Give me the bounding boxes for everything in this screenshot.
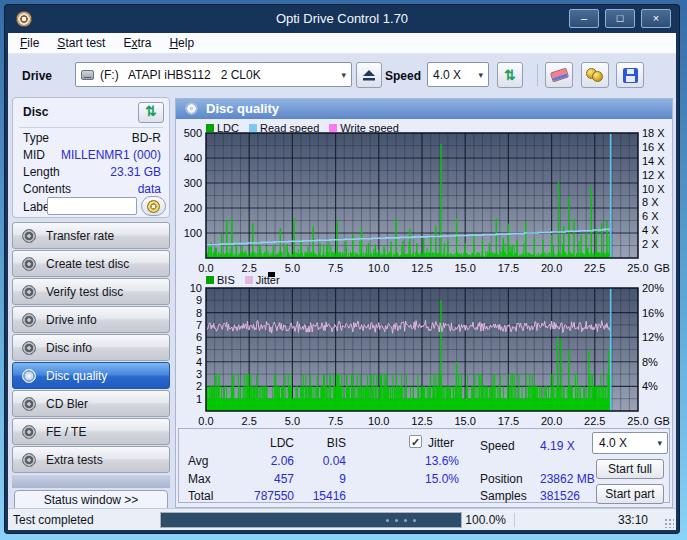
tick-label: 7 [176, 319, 202, 331]
tick-label: GB [654, 262, 676, 274]
erase-disc-button[interactable] [545, 62, 573, 88]
tick-label: 15.0 [448, 262, 482, 274]
menu-start-test[interactable]: Start test [57, 36, 105, 50]
cd-icon [22, 425, 36, 439]
disc-refresh-button[interactable]: ⇅ [138, 102, 164, 123]
chevron-down-icon: ▾ [475, 70, 488, 80]
tick-label: 3 [176, 368, 202, 380]
cd-icon [22, 453, 36, 467]
speed-select-value: 4.0 X [433, 68, 461, 82]
tick-label: 2 [176, 380, 202, 392]
tick-label: 16% [642, 307, 676, 319]
cd-icon [22, 341, 36, 355]
tick-label: 17.5 [491, 262, 525, 274]
save-button[interactable] [616, 62, 644, 88]
tick-label: 14 X [642, 155, 676, 167]
sidebar-item-label: Disc quality [46, 369, 107, 383]
tick-label: 6 [176, 331, 202, 343]
label-input[interactable] [47, 197, 137, 215]
status-bar: Test completed 100.0% 33:10 [8, 508, 676, 530]
menu-help[interactable]: Help [169, 36, 194, 50]
avg-jitter-value: 13.6% [399, 454, 459, 468]
sidebar-item-fe-te[interactable]: FE / TE [12, 418, 170, 445]
title-bar[interactable]: Opti Drive Control 1.70 – □ × [5, 5, 679, 33]
tick-label: 17.5 [491, 415, 525, 427]
resize-grip[interactable] [664, 518, 674, 528]
sidebar-item-create-test-disc[interactable]: Create test disc [12, 250, 170, 277]
avg-bis-value: 0.04 [298, 454, 346, 468]
disc-panel-title: Disc [23, 105, 48, 119]
tick-label: 4 X [642, 224, 676, 236]
disc-contents-value: data [138, 182, 161, 196]
tick-label: GB [654, 415, 676, 427]
tick-label: 100 [176, 227, 202, 239]
cd-icon [22, 369, 36, 383]
close-button[interactable]: × [641, 9, 671, 28]
sidebar-item-label: Verify test disc [46, 285, 123, 299]
sidebar-item-disc-quality[interactable]: Disc quality [12, 362, 170, 389]
drive-select-value: (F:) ATAPI iHBS112 2 CL0K [100, 68, 261, 82]
disc-icon [185, 102, 198, 115]
write-label-button[interactable] [141, 196, 166, 216]
disc-mid-row: MIDMILLENMR1 (000) [23, 148, 161, 162]
tick-label: 2.5 [232, 262, 266, 274]
sidebar-item-transfer-rate[interactable]: Transfer rate [12, 222, 170, 249]
refresh-icon: ⇅ [504, 69, 516, 81]
speed-select[interactable]: 4.0 X ▾ [427, 62, 489, 87]
maximize-button[interactable]: □ [605, 9, 635, 28]
refresh-icon: ⇅ [145, 103, 157, 119]
disc-length-value: 23.31 GB [110, 165, 161, 179]
sidebar-item-label: Transfer rate [46, 229, 114, 243]
progress-bar [160, 512, 462, 528]
chevron-down-icon: ▾ [654, 438, 667, 448]
toolbar-separator [537, 64, 538, 86]
cd-icon [22, 257, 36, 271]
sidebar-item-extra-tests[interactable]: Extra tests [12, 446, 170, 473]
tick-label: 8 X [642, 196, 676, 208]
bis-column-header: BIS [298, 436, 346, 450]
tick-label: 20.0 [535, 415, 569, 427]
drive-select[interactable]: (F:) ATAPI iHBS112 2 CL0K ▾ [75, 62, 352, 87]
samples-stat-label: Samples [480, 489, 538, 503]
disc-length-row: Length23.31 GB [23, 165, 161, 179]
tick-label: 200 [176, 202, 202, 214]
app-window: Opti Drive Control 1.70 – □ × FileStart … [5, 5, 679, 533]
register-button[interactable] [581, 62, 609, 88]
tick-label: 8% [642, 356, 676, 368]
sidebar-item-label: Create test disc [46, 257, 129, 271]
refresh-speeds-button[interactable]: ⇅ [497, 62, 523, 88]
max-jitter-value: 15.0% [399, 472, 459, 486]
elapsed-time: 33:10 [548, 513, 648, 527]
total-row-label: Total [188, 489, 232, 503]
start-full-button[interactable]: Start full [596, 459, 664, 479]
tick-label: 25.0 [621, 262, 655, 274]
menu-file[interactable]: File [20, 36, 39, 50]
eraser-icon [549, 68, 568, 83]
window-content: FileStart testExtraHelp Drive (F:) ATAPI… [8, 33, 676, 530]
tick-label: 12.5 [405, 262, 439, 274]
eject-button[interactable] [356, 62, 382, 88]
tick-label: 0.0 [189, 415, 223, 427]
sidebar-item-cd-bler[interactable]: CD Bler [12, 390, 170, 417]
speed-label: Speed [385, 69, 421, 83]
progress-dots [386, 519, 416, 522]
sidebar-item-drive-info[interactable]: Drive info [12, 306, 170, 333]
tick-label: 20% [642, 282, 676, 294]
sidebar-item-disc-info[interactable]: Disc info [12, 334, 170, 361]
panel-title: Disc quality [206, 101, 279, 116]
menu-extra[interactable]: Extra [123, 36, 151, 50]
minimize-button[interactable]: – [569, 9, 599, 28]
tick-label: 5.0 [275, 415, 309, 427]
eject-icon [362, 69, 376, 81]
max-bis-value: 9 [298, 472, 346, 486]
max-ldc-value: 457 [234, 472, 294, 486]
jitter-checkbox[interactable]: ✓ [409, 435, 422, 448]
tick-label: 15.0 [448, 415, 482, 427]
tick-label: 2 X [642, 238, 676, 250]
test-speed-select[interactable]: 4.0 X ▾ [592, 432, 668, 454]
sidebar-item-label: CD Bler [46, 397, 88, 411]
start-part-button[interactable]: Start part [596, 484, 664, 504]
sidebar-item-verify-test-disc[interactable]: Verify test disc [12, 278, 170, 305]
menu-bar: FileStart testExtraHelp [8, 33, 676, 54]
disc-mid-value: MILLENMR1 (000) [61, 148, 161, 162]
